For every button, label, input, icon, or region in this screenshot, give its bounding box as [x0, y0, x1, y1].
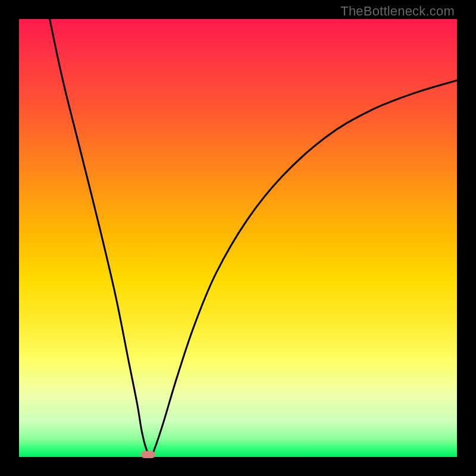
plot-area [19, 19, 457, 457]
watermark-text: TheBottleneck.com [340, 4, 455, 19]
bottleneck-curve [19, 19, 457, 457]
chart-container: TheBottleneck.com [0, 0, 476, 476]
optimal-marker [141, 451, 155, 458]
